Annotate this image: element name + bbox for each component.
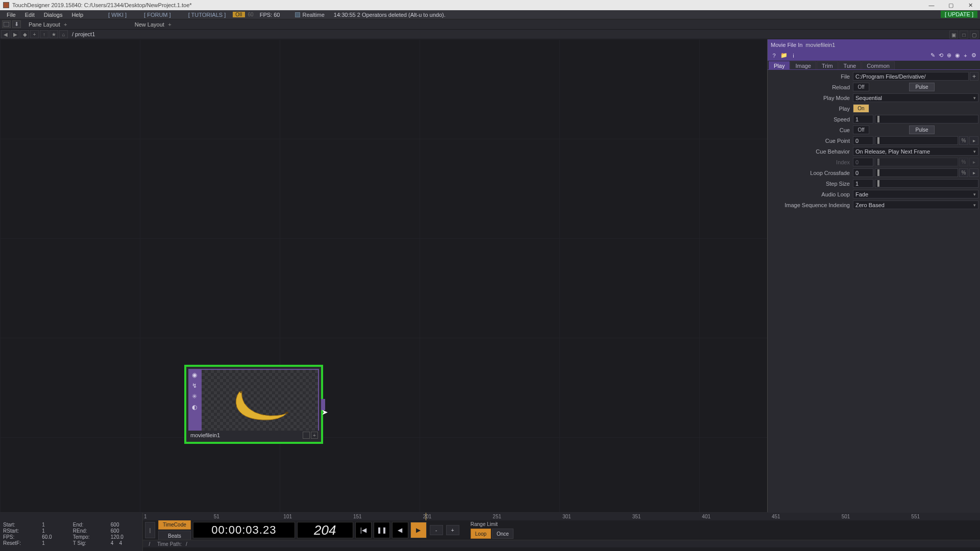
cuepoint-more-icon[interactable]: ▸ — [969, 136, 978, 145]
speed-field[interactable]: 1 — [853, 115, 873, 123]
new-layout-label[interactable]: New Layout — [135, 21, 164, 28]
tfps-value[interactable]: 60.0 — [42, 534, 68, 540]
node-foot-plus-icon[interactable]: + — [311, 432, 318, 439]
copy-icon[interactable]: ◉ — [954, 52, 961, 59]
realtime-toggle[interactable]: Realtime — [295, 12, 324, 18]
tempo-value[interactable]: 120.0 — [111, 534, 139, 540]
network-editor[interactable]: ◉ ↯ ✳ ◐ moviefilein1 + — [0, 39, 767, 522]
file-field[interactable]: C:/Program Files/Derivative/ — [853, 72, 969, 81]
pane-layout-label[interactable]: Pane Layout — [29, 21, 60, 28]
file-browse-icon[interactable]: + — [970, 72, 978, 81]
node-bypass-flag-icon[interactable]: ◐ — [191, 403, 199, 411]
layout-icon-1[interactable] — [2, 20, 11, 28]
pane-close-icon[interactable]: ▢ — [970, 31, 978, 39]
rstart-value[interactable]: 1 — [42, 528, 68, 534]
expand-icon[interactable]: ⊕ — [946, 52, 952, 59]
frame-display[interactable]: 204 — [297, 522, 353, 538]
menu-help[interactable]: Help — [67, 12, 88, 18]
edit-icon[interactable]: ✎ — [929, 52, 936, 59]
stepsz-field[interactable]: 1 — [853, 179, 873, 188]
cue-toggle[interactable]: Off — [853, 126, 869, 134]
oii-badge[interactable]: OII — [233, 12, 244, 17]
close-button[interactable]: ✕ — [961, 0, 980, 10]
tutorials-link[interactable]: [ TUTORIALS ] — [184, 12, 230, 18]
layout-save-icon[interactable]: ⬇ — [12, 20, 21, 28]
path-home-icon[interactable]: ⌂ — [59, 30, 68, 38]
pane-split-icon[interactable]: ▣ — [949, 31, 958, 39]
path-nav-fwd-icon[interactable]: ▶ — [11, 30, 19, 38]
loopxf-field[interactable]: 0 — [853, 168, 873, 177]
reload-pulse-button[interactable]: Pulse — [909, 83, 935, 91]
goto-start-button[interactable]: |◀ — [355, 522, 372, 538]
timeline-ruler[interactable]: 151101151201251301351401451501551600 — [143, 513, 980, 520]
stepsz-slider[interactable] — [875, 179, 978, 188]
imgseq-dropdown[interactable]: Zero Based — [853, 201, 978, 209]
node-clone-flag-icon[interactable]: ↯ — [191, 382, 199, 389]
resetf-value[interactable]: 1 — [42, 540, 68, 546]
add-icon[interactable]: + — [962, 52, 969, 59]
node-viewer[interactable] — [201, 369, 319, 440]
cue-pulse-button[interactable]: Pulse — [909, 126, 935, 134]
step-back-button[interactable]: ◀ — [392, 522, 408, 538]
tab-image[interactable]: Image — [790, 61, 816, 69]
path-up-icon[interactable]: ↑ — [40, 30, 48, 38]
tl-section-icon[interactable]: | — [145, 522, 155, 538]
rend-value[interactable]: 600 — [111, 528, 139, 534]
operator-name-field[interactable]: moviefilein1 — [805, 42, 835, 48]
new-layout-plus-icon[interactable]: + — [166, 20, 174, 28]
path-star-icon[interactable]: ★ — [50, 30, 58, 38]
minimize-button[interactable]: — — [922, 0, 941, 10]
lang-icon[interactable]: ⟲ — [938, 52, 944, 59]
node-lock-flag-icon[interactable]: ✳ — [191, 392, 199, 400]
path-nav-back-icon[interactable]: ◀ — [1, 30, 10, 38]
cuepoint-unit-icon[interactable]: % — [959, 136, 968, 145]
cuebehav-dropdown[interactable]: On Release, Play Next Frame — [853, 147, 978, 156]
forum-link[interactable]: [ FORUM ] — [140, 12, 175, 18]
loopxf-more-icon[interactable]: ▸ — [969, 168, 978, 177]
help-icon[interactable]: ? — [771, 52, 777, 59]
beats-button[interactable]: Beats — [158, 531, 191, 541]
pane-max-icon[interactable]: □ — [960, 31, 968, 39]
end-value[interactable]: 600 — [111, 522, 139, 528]
reload-toggle[interactable]: Off — [853, 83, 869, 91]
loopxf-slider[interactable] — [875, 168, 958, 177]
node-name-label[interactable]: moviefilein1 — [190, 432, 220, 438]
time-path-value[interactable]: / — [186, 541, 187, 547]
tab-common[interactable]: Common — [862, 61, 895, 69]
operator-node-moviefilein1[interactable]: ◉ ↯ ✳ ◐ moviefilein1 + — [184, 365, 323, 444]
timecode-button[interactable]: TimeCode — [158, 519, 191, 530]
tab-tune[interactable]: Tune — [839, 61, 862, 69]
update-button[interactable]: [ UPDATE ] — [941, 11, 977, 18]
pause-button[interactable]: ❚❚ — [374, 522, 390, 538]
network-path[interactable]: / project1 — [72, 31, 95, 37]
node-viewer-flag-icon[interactable]: ◉ — [191, 371, 199, 379]
speed-slider[interactable] — [875, 115, 978, 123]
tab-play[interactable]: Play — [769, 61, 790, 69]
range-plus-button[interactable]: + — [446, 525, 459, 535]
menu-edit[interactable]: Edit — [20, 12, 39, 18]
range-minus-button[interactable]: - — [430, 525, 443, 535]
info-icon[interactable]: i — [790, 52, 797, 59]
play-button[interactable]: ▶ — [410, 522, 427, 538]
path-diamond-icon[interactable]: ◆ — [20, 30, 29, 38]
timecode-display[interactable]: 00:00:03.23 — [193, 522, 295, 538]
menu-dialogs[interactable]: Dialogs — [39, 12, 67, 18]
cuepoint-slider[interactable] — [875, 136, 958, 145]
tsig-den[interactable]: 4 — [119, 540, 122, 546]
tsig-num[interactable]: 4 — [111, 540, 114, 546]
pane-layout-plus-icon[interactable]: + — [62, 20, 69, 28]
loopxf-unit-icon[interactable]: % — [959, 168, 968, 177]
tab-trim[interactable]: Trim — [817, 61, 838, 69]
python-icon[interactable]: 📁 — [780, 52, 787, 59]
once-button[interactable]: Once — [492, 529, 513, 539]
node-foot-btn1[interactable] — [303, 432, 310, 439]
gear-icon[interactable]: ⚙ — [970, 52, 977, 59]
playmode-dropdown[interactable]: Sequential — [853, 93, 978, 102]
path-plus-icon[interactable]: + — [30, 30, 39, 38]
node-output-connector[interactable] — [321, 399, 325, 410]
menu-file[interactable]: File — [2, 12, 20, 18]
wiki-link[interactable]: [ WIKI ] — [104, 12, 131, 18]
play-toggle[interactable]: On — [853, 104, 869, 113]
maximize-button[interactable]: ▢ — [941, 0, 961, 10]
loop-button[interactable]: Loop — [471, 529, 491, 539]
